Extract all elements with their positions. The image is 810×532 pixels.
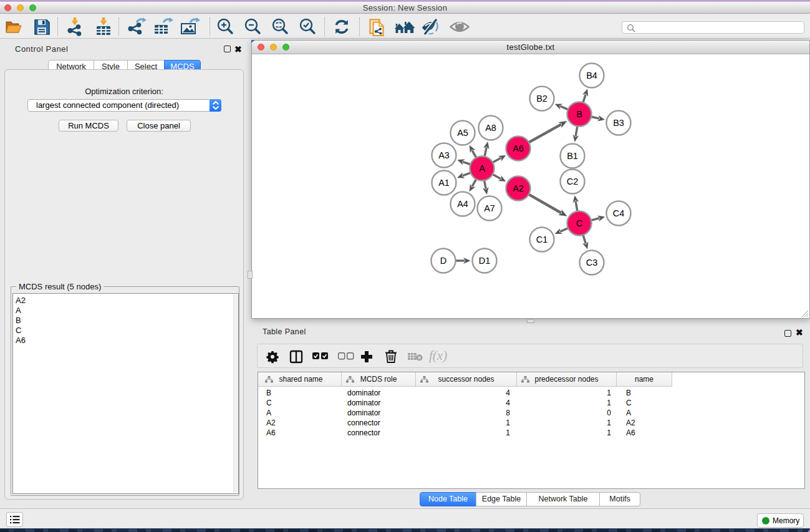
svg-text:A: A [479, 163, 485, 173]
svg-text:C2: C2 [567, 177, 579, 186]
svg-text:A5: A5 [457, 128, 468, 138]
svg-text:A7: A7 [484, 203, 495, 213]
svg-text:B2: B2 [536, 94, 547, 104]
svg-text:C3: C3 [586, 258, 598, 268]
svg-text:B3: B3 [613, 118, 624, 128]
svg-text:A2: A2 [513, 183, 524, 193]
svg-text:A1: A1 [438, 178, 450, 188]
svg-text:B: B [576, 109, 582, 119]
svg-text:C4: C4 [613, 208, 625, 218]
svg-text:A8: A8 [485, 123, 496, 133]
svg-text:D1: D1 [479, 256, 491, 266]
svg-text:A3: A3 [438, 150, 450, 160]
svg-text:A4: A4 [457, 199, 468, 209]
svg-text:C1: C1 [536, 235, 548, 244]
svg-text:B4: B4 [586, 70, 597, 80]
svg-text:C: C [576, 218, 582, 228]
svg-text:A6: A6 [513, 143, 524, 153]
svg-text:D: D [440, 256, 446, 266]
svg-text:B1: B1 [567, 151, 578, 161]
